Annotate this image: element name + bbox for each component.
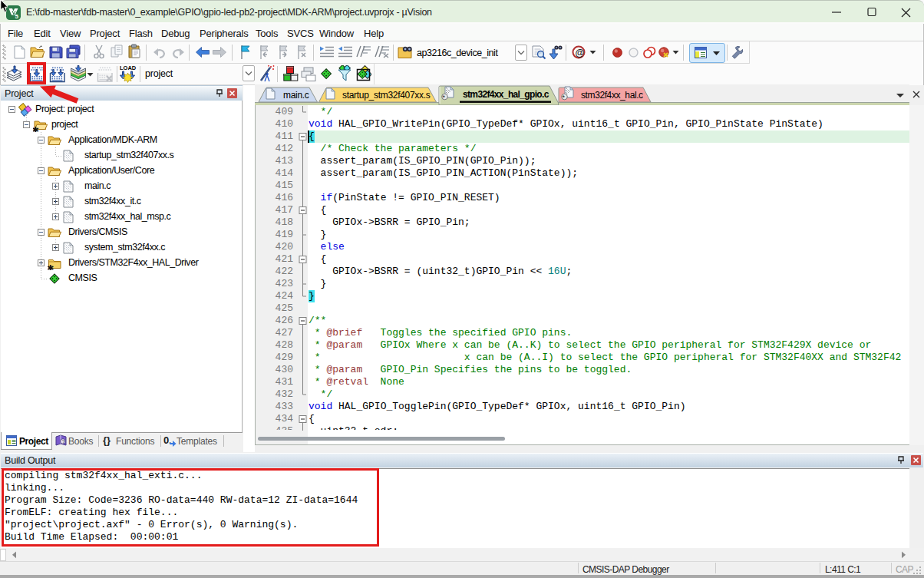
svg-text:*: *	[443, 94, 446, 101]
svg-text:✱: ✱	[33, 125, 39, 133]
svg-text:@: @	[576, 48, 585, 58]
svg-text:✱: ✱	[48, 263, 54, 271]
svg-text:*: *	[563, 94, 566, 101]
svg-text:?: ?	[61, 438, 64, 445]
svg-text:LOAD: LOAD	[120, 64, 137, 71]
svg-text:5: 5	[15, 13, 19, 20]
